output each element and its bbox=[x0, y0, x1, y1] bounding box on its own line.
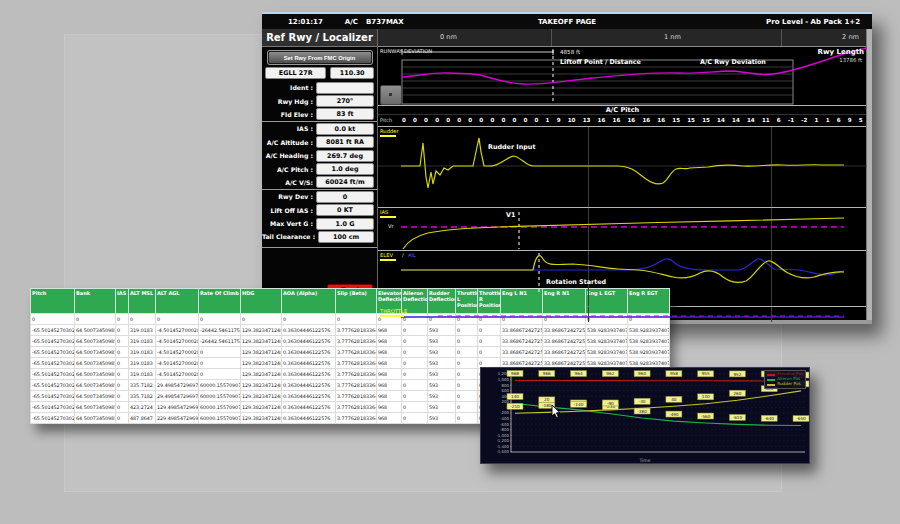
table-header[interactable]: HDG bbox=[241, 289, 282, 314]
table-cell: 0 bbox=[402, 380, 428, 391]
field-value: 8081 ft RA bbox=[316, 136, 374, 148]
table-cell: -65.5014527030289 bbox=[31, 369, 75, 380]
pitch-value: 6 bbox=[837, 117, 841, 123]
scale-divider bbox=[551, 29, 552, 46]
table-cell: 0 bbox=[31, 314, 75, 325]
table-cell: 0.36304446122576 bbox=[282, 402, 336, 413]
table-header[interactable]: Rate Of Climb bbox=[199, 289, 241, 314]
table-cell: 60000.155709075 bbox=[199, 380, 241, 391]
table-cell: 0 bbox=[116, 347, 129, 358]
table-cell: -65.5014527030289 bbox=[31, 347, 75, 358]
table-cell: 3.77762818336487 bbox=[336, 380, 377, 391]
y-tick-label: -200 bbox=[500, 410, 509, 415]
point-label: -380 bbox=[637, 409, 647, 414]
pitch-value: 0 bbox=[435, 117, 439, 123]
table-cell: 0 bbox=[402, 347, 428, 358]
field-value: 100 cm bbox=[318, 231, 374, 243]
table-header[interactable]: Pitch bbox=[31, 289, 75, 314]
point-label: -650 bbox=[796, 416, 806, 421]
table-cell: 64.5007345098502 bbox=[75, 380, 116, 391]
table-cell: 593 bbox=[428, 402, 456, 413]
table-cell: 0 bbox=[116, 413, 129, 424]
field-row: A/C V/S:60024 ft/m bbox=[262, 176, 377, 189]
field-row: Rwy Dev :0 bbox=[262, 189, 377, 203]
table-cell: 3.77762818336487 bbox=[336, 402, 377, 413]
pitch-value: 0 bbox=[524, 117, 528, 123]
table-header[interactable]: IAS bbox=[116, 289, 129, 314]
table-cell: 423.2724 bbox=[129, 402, 156, 413]
ias-plot: IAS V1 Vr bbox=[378, 207, 867, 250]
pitch-value: 1 bbox=[815, 117, 819, 123]
table-cell: 129.382347124863 bbox=[241, 347, 282, 358]
runway-ident-row: EGLL 27R 110.30 bbox=[265, 67, 374, 79]
field-row: Tail Clearance :100 cm bbox=[262, 230, 377, 243]
set-rwy-from-fmc-button[interactable]: Set Rwy From FMC Origin bbox=[268, 51, 372, 64]
plot-control-button[interactable] bbox=[380, 85, 402, 105]
table-header[interactable]: AOA (Alpha) bbox=[282, 289, 336, 314]
pitch-value: 0 bbox=[479, 117, 483, 123]
field-label: IAS : bbox=[262, 125, 316, 132]
field-label: Ident : bbox=[262, 84, 316, 91]
rudder-axis-label: Rudder bbox=[380, 128, 399, 137]
table-cell: 29.4985472969711 bbox=[156, 380, 199, 391]
table-header[interactable]: Bank bbox=[75, 289, 116, 314]
table-cell: 968 bbox=[377, 336, 402, 347]
table-cell: 0 bbox=[402, 369, 428, 380]
runway-deviation-plot: RUNWAY DEVIATION 4858 ft Liftoff Point /… bbox=[378, 47, 867, 105]
table-cell: 538.928393740734 bbox=[628, 325, 670, 336]
field-row: Lift Off IAS :0 KT bbox=[262, 204, 377, 217]
point-label: 130 bbox=[702, 394, 710, 399]
point-label: -560 bbox=[701, 414, 711, 419]
table-cell: 64.5007345098502 bbox=[75, 369, 116, 380]
table-cell: 0.36304446122576 bbox=[282, 380, 336, 391]
point-label: 140 bbox=[511, 394, 519, 399]
table-cell: 0 bbox=[116, 358, 129, 369]
table-cell: 29.4985472969711 bbox=[156, 391, 199, 402]
liftoff-distance-value: 4858 ft bbox=[560, 49, 580, 55]
table-cell: 129.382347124863 bbox=[241, 325, 282, 336]
table-cell: 0 bbox=[456, 347, 478, 358]
rotation-started-label: Rotation Started bbox=[546, 278, 606, 286]
table-cell: 0 bbox=[402, 402, 428, 413]
pitch-value: 15 bbox=[702, 117, 710, 123]
control-positions-chart-window: 1,2001,0008006004002000-200-400-600-800-… bbox=[480, 367, 810, 464]
rwy-length-value: 13786 ft bbox=[839, 57, 862, 63]
table-header[interactable]: Slip (Beta) bbox=[336, 289, 377, 314]
field-value: 1.0 deg bbox=[316, 163, 374, 175]
table-cell: 0 bbox=[116, 325, 129, 336]
table-cell: -4.50145270002892 bbox=[156, 347, 199, 358]
table-cell: 33.8686724272579 bbox=[543, 347, 586, 358]
table-header[interactable]: ALT AGL bbox=[156, 289, 199, 314]
table-cell: 129.382347124863 bbox=[241, 391, 282, 402]
runway-id-field[interactable]: EGLL 27R bbox=[265, 67, 326, 79]
table-cell: 3.77762818336487 bbox=[336, 413, 377, 424]
y-tick-label: -1,600 bbox=[496, 449, 509, 454]
table-cell: 593 bbox=[428, 380, 456, 391]
table-cell: -65.5014527030289 bbox=[31, 402, 75, 413]
point-label: 968 bbox=[511, 371, 519, 376]
y-tick-label: 1,000 bbox=[498, 377, 510, 382]
pitch-value: 11 bbox=[762, 117, 770, 123]
table-cell: 0 bbox=[478, 336, 501, 347]
y-tick-label: -600 bbox=[500, 422, 509, 427]
pitch-value: 10 bbox=[568, 117, 576, 123]
table-cell: 968 bbox=[377, 347, 402, 358]
pitch-value: 0 bbox=[490, 117, 494, 123]
pitch-value: 13 bbox=[583, 117, 591, 123]
table-cell: 593 bbox=[428, 325, 456, 336]
table-cell: 0 bbox=[282, 314, 336, 325]
field-value: 0.0 kt bbox=[316, 123, 374, 135]
field-label: A/C V/S: bbox=[262, 179, 316, 186]
table-cell: -65.5014527030289 bbox=[31, 325, 75, 336]
table-header[interactable]: ALT MSL bbox=[129, 289, 156, 314]
table-cell: -4.50145270002892 bbox=[156, 325, 199, 336]
point-label: 20 bbox=[544, 397, 550, 402]
panel-divider bbox=[262, 247, 377, 248]
scale-tick-0nm: 0 nm bbox=[440, 33, 457, 41]
point-label: -640 bbox=[764, 416, 774, 421]
localizer-frequency-field[interactable]: 110.30 bbox=[330, 67, 374, 79]
point-label: 260 bbox=[733, 391, 741, 396]
ail-axis-label: AIL bbox=[408, 252, 416, 258]
table-cell: -65.5014527030289 bbox=[31, 380, 75, 391]
table-cell: 64.5007345098502 bbox=[75, 325, 116, 336]
